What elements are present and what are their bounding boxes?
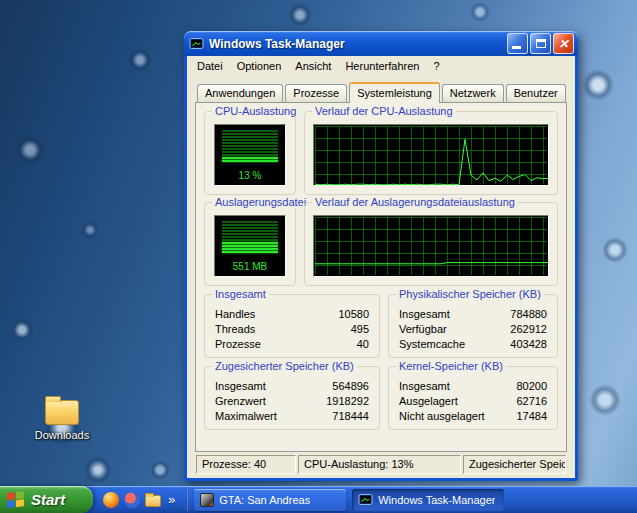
info-label: Grenzwert	[215, 394, 266, 409]
group-title: Verlauf der CPU-Auslastung	[312, 105, 456, 117]
group-title: Physikalischer Speicher (KB)	[396, 288, 544, 300]
info-label: Systemcache	[399, 337, 465, 352]
info-label: Insgesamt	[215, 379, 266, 394]
info-value: 495	[351, 322, 369, 337]
info-value: 564896	[332, 379, 369, 394]
task-manager-icon	[189, 37, 204, 51]
info-row: Insgesamt80200	[399, 379, 547, 394]
info-row: Handles10580	[215, 307, 369, 322]
info-value: 718444	[332, 409, 369, 424]
info-value: 784880	[510, 307, 547, 322]
task-manager-icon	[358, 493, 373, 507]
pagefile-history-group: Verlauf der Auslagerungsdateiauslastung	[304, 202, 558, 286]
cpu-history-graph	[313, 124, 549, 186]
application-icon[interactable]	[124, 492, 140, 508]
titlebar[interactable]: Windows Task-Manager	[184, 31, 578, 56]
tab-systemleistung[interactable]: Systemleistung	[349, 82, 440, 103]
window-body: Datei Optionen Ansicht Herunterfahren ? …	[184, 56, 578, 481]
tabstrip: Anwendungen Prozesse Systemleistung Netz…	[195, 81, 567, 102]
group-title: CPU-Auslastung	[212, 105, 299, 117]
totals-group: Insgesamt Handles10580 Threads495 Prozes…	[204, 294, 380, 358]
info-row: Prozesse40	[215, 337, 369, 352]
pagefile-history-graph	[313, 215, 549, 277]
info-label: Prozesse	[215, 337, 261, 352]
commit-charge-group: Zugesicherter Speicher (KB) Insgesamt564…	[204, 366, 380, 430]
menu-ansicht[interactable]: Ansicht	[288, 58, 338, 74]
physical-memory-group: Physikalischer Speicher (KB) Insgesamt78…	[388, 294, 558, 358]
close-button[interactable]	[553, 33, 574, 54]
menu-herunterfahren[interactable]: Herunterfahren	[338, 58, 426, 74]
info-row: Systemcache403428	[399, 337, 547, 352]
info-row: Threads495	[215, 322, 369, 337]
firefox-icon[interactable]	[103, 492, 119, 508]
maximize-icon	[536, 39, 546, 48]
info-label: Handles	[215, 307, 255, 322]
minimize-icon	[512, 46, 521, 49]
status-cpu-usage: CPU-Auslastung: 13%	[298, 455, 461, 474]
start-button[interactable]: Start	[0, 486, 93, 513]
cpu-usage-value: 13 %	[215, 170, 285, 181]
info-value: 17484	[516, 409, 547, 424]
meter-bars	[222, 130, 278, 162]
maximize-button[interactable]	[530, 33, 551, 54]
info-value: 262912	[510, 322, 547, 337]
menu-optionen[interactable]: Optionen	[230, 58, 289, 74]
start-label: Start	[31, 491, 65, 508]
taskbar-button-label: Windows Task-Manager	[378, 494, 495, 506]
tab-anwendungen[interactable]: Anwendungen	[197, 84, 283, 102]
group-title: Auslagerungsdatei	[212, 196, 309, 208]
kernel-memory-group: Kernel-Speicher (KB) Insgesamt80200 Ausg…	[388, 366, 558, 430]
tab-page-systemleistung: CPU-Auslastung 13 % Verlauf der CPU-Ausl…	[195, 102, 567, 452]
info-value: 80200	[516, 379, 547, 394]
group-title: Verlauf der Auslagerungsdateiauslastung	[312, 196, 518, 208]
kernel-memory-rows: Insgesamt80200 Ausgelagert62716 Nicht au…	[399, 379, 547, 424]
windows-logo-icon	[7, 491, 26, 509]
tab-netzwerk[interactable]: Netzwerk	[442, 84, 504, 102]
info-value: 62716	[516, 394, 547, 409]
folder-icon[interactable]	[145, 495, 161, 507]
cpu-usage-meter: 13 %	[214, 124, 286, 186]
cpu-history-group: Verlauf der CPU-Auslastung	[304, 111, 558, 195]
minimize-button[interactable]	[507, 33, 528, 54]
info-row: Maximalwert718444	[215, 409, 369, 424]
close-icon	[558, 38, 568, 50]
info-row: Insgesamt564896	[215, 379, 369, 394]
info-value: 1918292	[326, 394, 369, 409]
totals-rows: Handles10580 Threads495 Prozesse40	[215, 307, 369, 352]
info-value: 40	[357, 337, 369, 352]
commit-charge-rows: Insgesamt564896 Grenzwert1918292 Maximal…	[215, 379, 369, 424]
info-row: Verfügbar262912	[399, 322, 547, 337]
info-label: Nicht ausgelagert	[399, 409, 485, 424]
group-title: Insgesamt	[212, 288, 269, 300]
info-row: Ausgelagert62716	[399, 394, 547, 409]
physical-memory-rows: Insgesamt784880 Verfügbar262912 Systemca…	[399, 307, 547, 352]
group-title: Zugesicherter Speicher (KB)	[212, 360, 357, 372]
info-value: 10580	[338, 307, 369, 322]
info-label: Threads	[215, 322, 255, 337]
taskbar-button-task-manager[interactable]: Windows Task-Manager	[352, 489, 504, 511]
tab-benutzer[interactable]: Benutzer	[506, 84, 566, 102]
menu-hilfe[interactable]: ?	[426, 58, 446, 74]
tab-prozesse[interactable]: Prozesse	[285, 84, 347, 102]
chevron-right-icon[interactable]	[166, 492, 177, 507]
window-title: Windows Task-Manager	[209, 37, 505, 51]
meter-bars	[222, 221, 278, 253]
taskbar-button-gta[interactable]: GTA: San Andreas	[194, 489, 346, 511]
desktop: Downloads Windows Task-Manager Datei Opt…	[0, 0, 637, 513]
info-label: Insgesamt	[399, 307, 450, 322]
folder-icon	[45, 400, 79, 425]
menu-datei[interactable]: Datei	[190, 58, 230, 74]
cpu-usage-group: CPU-Auslastung 13 %	[204, 111, 296, 195]
info-row: Insgesamt784880	[399, 307, 547, 322]
desktop-icon-downloads[interactable]: Downloads	[30, 400, 94, 441]
task-manager-window: Windows Task-Manager Datei Optionen Ansi…	[184, 31, 578, 481]
info-label: Ausgelagert	[399, 394, 458, 409]
info-label: Verfügbar	[399, 322, 447, 337]
info-label: Maximalwert	[215, 409, 277, 424]
menubar: Datei Optionen Ansicht Herunterfahren ?	[187, 56, 575, 76]
pagefile-usage-group: Auslagerungsdatei 551 MB	[204, 202, 296, 286]
pagefile-usage-meter: 551 MB	[214, 215, 286, 277]
quick-launch	[93, 492, 183, 508]
info-row: Nicht ausgelagert17484	[399, 409, 547, 424]
tab-control: Anwendungen Prozesse Systemleistung Netz…	[187, 76, 575, 478]
